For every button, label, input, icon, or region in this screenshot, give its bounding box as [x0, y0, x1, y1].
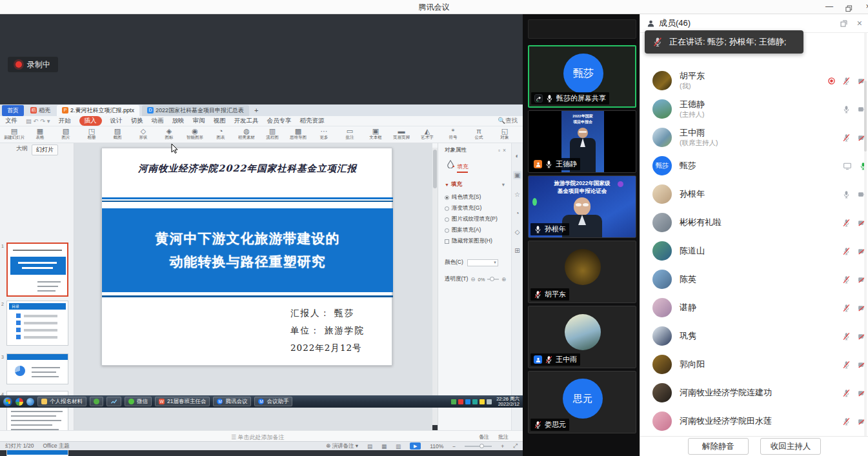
menu-item-4[interactable]: 动画: [152, 117, 164, 125]
opacity-slider[interactable]: [487, 279, 499, 280]
taskbar-clock[interactable]: 22:26 周六2022/2/12: [496, 397, 520, 407]
taskbar-assistant-button[interactable]: M会议助手: [254, 397, 292, 406]
opacity-plus-button[interactable]: ⊕: [501, 276, 506, 283]
new-document-tab-button[interactable]: +: [252, 106, 261, 114]
taskbar-meeting-button[interactable]: M腾讯会议: [213, 397, 251, 406]
mic-off-icon[interactable]: [842, 417, 851, 426]
props-tab-fill[interactable]: 填充: [457, 163, 468, 173]
slide-thumbnail-2[interactable]: 目录: [6, 301, 68, 346]
wps-docer-tab[interactable]: 稻稻壳: [26, 105, 54, 116]
video-tile-hupingdong[interactable]: 胡平东: [528, 241, 636, 303]
restore-button[interactable]: [840, 0, 857, 14]
reclaim-host-button[interactable]: 收回主持人: [760, 438, 821, 455]
unmute-button[interactable]: 解除静音: [688, 438, 749, 455]
menu-item-8[interactable]: 开发工具: [234, 117, 259, 125]
ribbon-item[interactable]: ◱对象: [492, 127, 518, 140]
mic-off-icon[interactable]: [842, 77, 851, 85]
member-row[interactable]: 王中雨(联席主持人): [640, 123, 868, 152]
hide-background-checkbox[interactable]: 隐藏背景图形(H): [445, 237, 511, 245]
props-section-fill[interactable]: ▼填充 ▾: [438, 173, 511, 193]
mic-off-icon[interactable]: [842, 247, 851, 255]
slide-thumbnail-1[interactable]: [6, 243, 68, 297]
ribbon-item[interactable]: ◉智能图形: [182, 127, 208, 140]
tab-outline[interactable]: 大纲: [16, 144, 28, 155]
section-dropdown-icon[interactable]: ▾: [502, 181, 505, 188]
mic-off-icon[interactable]: [842, 389, 851, 397]
close-panel-button[interactable]: ×: [857, 18, 862, 28]
member-row[interactable]: 王德静(主持人): [640, 95, 868, 123]
ribbon-item[interactable]: ▧图片: [53, 127, 79, 140]
view-sorter-icon[interactable]: ▦: [381, 443, 387, 450]
close-button[interactable]: ×: [860, 0, 868, 14]
wps-document-tab-2[interactable]: D2022国家社科基金项目申报汇总表: [142, 105, 249, 116]
fill-option-solid[interactable]: 纯色填充(S): [445, 193, 511, 201]
ribbon-item[interactable]: ▥流程图: [259, 127, 285, 140]
search-icon[interactable]: [26, 398, 34, 406]
zoom-in-button[interactable]: +: [501, 443, 504, 450]
comments-toggle-button[interactable]: 批注: [498, 433, 509, 441]
zoom-slider[interactable]: [465, 446, 492, 447]
notes-bar[interactable]: ☰ 单击此处添加备注 备注 批注: [0, 430, 523, 441]
menu-item-7[interactable]: 视图: [214, 117, 226, 125]
member-row[interactable]: 巩隽: [640, 322, 868, 350]
tray-icon[interactable]: [479, 399, 485, 404]
taskbar-app-button-chart[interactable]: [106, 397, 121, 406]
mic-off-icon[interactable]: [842, 275, 851, 284]
member-row[interactable]: 陈道山: [640, 237, 868, 265]
wps-home-tab[interactable]: 首页: [2, 105, 24, 116]
video-tile-lousiyuan[interactable]: 思元 娄思元: [528, 371, 636, 433]
ribbon-item[interactable]: ▣文本框: [363, 127, 389, 140]
video-tile-sungennian[interactable]: 旅游学院2022年国家级 基金项目申报论证会 孙根年: [528, 175, 636, 238]
zoom-out-button[interactable]: −: [452, 443, 456, 450]
mic-off-icon[interactable]: [842, 219, 851, 227]
ribbon-item[interactable]: π公式: [466, 127, 492, 140]
menu-item-3[interactable]: 切换: [131, 117, 143, 125]
taskbar-folder-button[interactable]: 个人报名材料: [37, 397, 86, 406]
member-row[interactable]: 彬彬有礼啦: [640, 208, 868, 237]
current-slide[interactable]: 河南牧业经济学院2022年国家社科基金立项汇报 黄河中下游文化旅游带建设的 动能…: [101, 148, 392, 366]
slide-thumbnail-3[interactable]: [6, 353, 68, 384]
member-row[interactable]: 胡平东(我): [640, 66, 868, 95]
tray-icon[interactable]: [458, 399, 463, 404]
ribbon-item[interactable]: ◭艺术字: [414, 127, 440, 140]
pin-icon[interactable]: ▫: [498, 147, 500, 154]
fill-option-pattern[interactable]: 图案填充(A): [445, 226, 511, 234]
shape-tool-icon[interactable]: ◇: [515, 228, 520, 235]
ribbon-item[interactable]: ◔图表: [208, 127, 234, 140]
ribbon-item[interactable]: ▦表格: [27, 127, 53, 140]
ribbon-item[interactable]: ◍稻壳素材: [234, 127, 259, 140]
slideshow-play-button[interactable]: ▶: [410, 442, 421, 450]
menu-file[interactable]: 文件: [5, 117, 17, 125]
toolbar-quick-icons[interactable]: ▤ ↶ ↷ ▾: [26, 117, 50, 124]
video-tile-wangdejing[interactable]: 2022年国家 项目申报会 王德静: [528, 110, 636, 173]
menu-item-1-active[interactable]: 插入: [79, 116, 102, 126]
fill-option-picture[interactable]: 图片或纹理填充(P): [445, 215, 511, 223]
ribbon-item[interactable]: ◈图标: [156, 127, 182, 140]
color-dropdown[interactable]: ▾: [467, 259, 498, 266]
menu-item-2[interactable]: 设计: [110, 117, 123, 125]
chart-tool-icon[interactable]: ◔: [515, 210, 519, 217]
speaker-notes-toggle[interactable]: ⊕ 演讲备注 ▾: [326, 442, 358, 450]
ribbon-item[interactable]: ▭批注: [337, 127, 363, 140]
member-row[interactable]: 陈英: [640, 265, 868, 293]
menu-item-10[interactable]: 稻壳资源: [300, 117, 325, 125]
ribbon-item[interactable]: ▩思维导图: [285, 127, 311, 140]
member-row[interactable]: 郭向阳: [640, 350, 868, 379]
canvas-scrollbar[interactable]: [432, 148, 438, 425]
member-row[interactable]: 孙根年: [640, 180, 868, 208]
search-button[interactable]: 🔍查找: [498, 117, 518, 125]
view-normal-icon[interactable]: ▤: [367, 443, 372, 450]
fill-option-gradient[interactable]: 渐变填充(G): [445, 204, 511, 212]
member-row[interactable]: 河南牧业经济学院田水莲: [640, 407, 868, 435]
properties-tool-icon[interactable]: ◐: [515, 152, 519, 159]
menu-item-0[interactable]: 开始: [59, 117, 71, 125]
taskbar-wechat-button[interactable]: 微信: [125, 397, 152, 406]
tab-slides[interactable]: 幻灯片: [32, 144, 58, 155]
notes-toggle-button[interactable]: 备注: [479, 433, 489, 441]
taskbar-wps-button[interactable]: W21届春班主任会: [155, 397, 210, 406]
ribbon-item[interactable]: ▤新建幻灯片: [1, 127, 27, 140]
tray-icon[interactable]: [451, 399, 456, 404]
start-button[interactable]: [3, 397, 12, 406]
fit-window-icon[interactable]: ⤢: [513, 442, 518, 450]
menu-item-5[interactable]: 放映: [172, 117, 185, 125]
